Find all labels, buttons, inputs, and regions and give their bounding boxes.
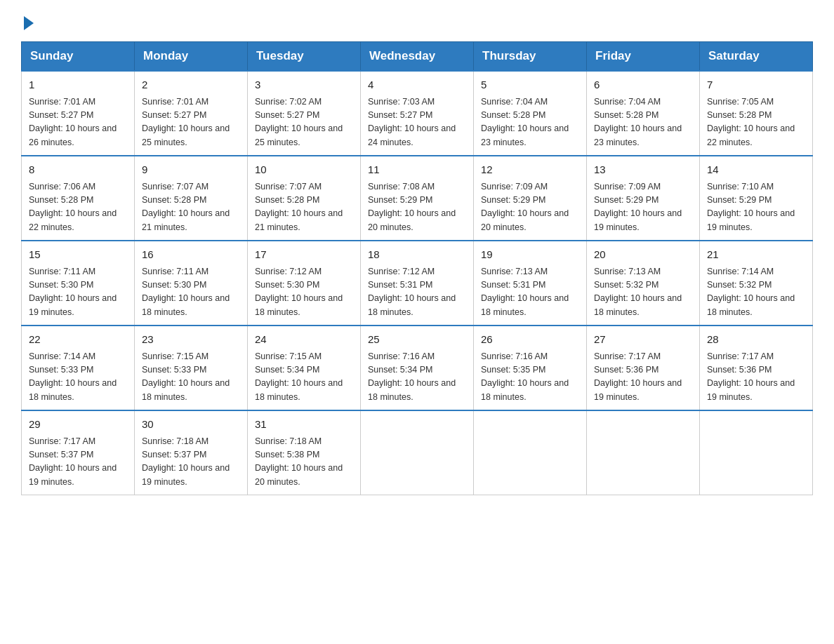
day-number: 1	[29, 77, 127, 93]
day-info: Sunrise: 7:08 AMSunset: 5:29 PMDaylight:…	[368, 180, 466, 235]
calendar-cell: 22Sunrise: 7:14 AMSunset: 5:33 PMDayligh…	[22, 326, 135, 410]
calendar-cell	[474, 410, 587, 495]
day-number: 13	[594, 162, 692, 178]
calendar-cell: 26Sunrise: 7:16 AMSunset: 5:35 PMDayligh…	[474, 326, 587, 410]
logo-arrow-icon	[24, 16, 34, 30]
day-info: Sunrise: 7:10 AMSunset: 5:29 PMDaylight:…	[707, 180, 805, 235]
day-info: Sunrise: 7:03 AMSunset: 5:27 PMDaylight:…	[368, 95, 466, 150]
day-number: 2	[142, 77, 240, 93]
calendar-cell: 19Sunrise: 7:13 AMSunset: 5:31 PMDayligh…	[474, 241, 587, 326]
calendar-cell	[700, 410, 813, 495]
day-info: Sunrise: 7:05 AMSunset: 5:28 PMDaylight:…	[707, 95, 805, 150]
day-number: 16	[142, 247, 240, 263]
day-number: 24	[255, 332, 353, 348]
day-number: 19	[481, 247, 579, 263]
day-number: 31	[255, 417, 353, 433]
day-number: 11	[368, 162, 466, 178]
calendar-cell: 9Sunrise: 7:07 AMSunset: 5:28 PMDaylight…	[135, 156, 248, 241]
day-number: 15	[29, 247, 127, 263]
calendar-cell	[361, 410, 474, 495]
calendar-cell: 15Sunrise: 7:11 AMSunset: 5:30 PMDayligh…	[22, 241, 135, 326]
day-info: Sunrise: 7:06 AMSunset: 5:28 PMDaylight:…	[29, 180, 127, 235]
calendar-cell: 23Sunrise: 7:15 AMSunset: 5:33 PMDayligh…	[135, 326, 248, 410]
day-number: 22	[29, 332, 127, 348]
calendar-cell	[587, 410, 700, 495]
day-info: Sunrise: 7:11 AMSunset: 5:30 PMDaylight:…	[142, 265, 240, 320]
calendar-cell: 30Sunrise: 7:18 AMSunset: 5:37 PMDayligh…	[135, 410, 248, 495]
day-info: Sunrise: 7:15 AMSunset: 5:33 PMDaylight:…	[142, 350, 240, 405]
day-number: 21	[707, 247, 805, 263]
logo	[21, 14, 34, 27]
calendar-day-header-saturday: Saturday	[700, 42, 813, 72]
calendar-cell: 24Sunrise: 7:15 AMSunset: 5:34 PMDayligh…	[248, 326, 361, 410]
calendar-cell: 13Sunrise: 7:09 AMSunset: 5:29 PMDayligh…	[587, 156, 700, 241]
day-number: 28	[707, 332, 805, 348]
calendar-cell: 21Sunrise: 7:14 AMSunset: 5:32 PMDayligh…	[700, 241, 813, 326]
day-number: 3	[255, 77, 353, 93]
day-number: 14	[707, 162, 805, 178]
day-number: 29	[29, 417, 127, 433]
day-info: Sunrise: 7:09 AMSunset: 5:29 PMDaylight:…	[481, 180, 579, 235]
day-number: 5	[481, 77, 579, 93]
calendar-table: SundayMondayTuesdayWednesdayThursdayFrid…	[21, 41, 813, 495]
calendar-cell: 20Sunrise: 7:13 AMSunset: 5:32 PMDayligh…	[587, 241, 700, 326]
day-info: Sunrise: 7:02 AMSunset: 5:27 PMDaylight:…	[255, 95, 353, 150]
day-info: Sunrise: 7:15 AMSunset: 5:34 PMDaylight:…	[255, 350, 353, 405]
calendar-cell: 17Sunrise: 7:12 AMSunset: 5:30 PMDayligh…	[248, 241, 361, 326]
day-info: Sunrise: 7:07 AMSunset: 5:28 PMDaylight:…	[255, 180, 353, 235]
calendar-cell: 14Sunrise: 7:10 AMSunset: 5:29 PMDayligh…	[700, 156, 813, 241]
day-info: Sunrise: 7:16 AMSunset: 5:34 PMDaylight:…	[368, 350, 466, 405]
day-info: Sunrise: 7:17 AMSunset: 5:36 PMDaylight:…	[707, 350, 805, 405]
day-number: 12	[481, 162, 579, 178]
calendar-cell: 5Sunrise: 7:04 AMSunset: 5:28 PMDaylight…	[474, 71, 587, 156]
calendar-cell: 7Sunrise: 7:05 AMSunset: 5:28 PMDaylight…	[700, 71, 813, 156]
calendar-day-header-monday: Monday	[135, 42, 248, 72]
calendar-day-header-friday: Friday	[587, 42, 700, 72]
calendar-cell: 11Sunrise: 7:08 AMSunset: 5:29 PMDayligh…	[361, 156, 474, 241]
calendar-cell: 27Sunrise: 7:17 AMSunset: 5:36 PMDayligh…	[587, 326, 700, 410]
day-info: Sunrise: 7:04 AMSunset: 5:28 PMDaylight:…	[481, 95, 579, 150]
calendar-cell: 28Sunrise: 7:17 AMSunset: 5:36 PMDayligh…	[700, 326, 813, 410]
calendar-cell: 16Sunrise: 7:11 AMSunset: 5:30 PMDayligh…	[135, 241, 248, 326]
day-info: Sunrise: 7:18 AMSunset: 5:38 PMDaylight:…	[255, 435, 353, 490]
day-info: Sunrise: 7:17 AMSunset: 5:37 PMDaylight:…	[29, 435, 127, 490]
day-info: Sunrise: 7:13 AMSunset: 5:32 PMDaylight:…	[594, 265, 692, 320]
calendar-day-header-wednesday: Wednesday	[361, 42, 474, 72]
calendar-cell: 1Sunrise: 7:01 AMSunset: 5:27 PMDaylight…	[22, 71, 135, 156]
day-number: 7	[707, 77, 805, 93]
day-info: Sunrise: 7:17 AMSunset: 5:36 PMDaylight:…	[594, 350, 692, 405]
page-header	[21, 14, 813, 27]
day-info: Sunrise: 7:01 AMSunset: 5:27 PMDaylight:…	[29, 95, 127, 150]
day-info: Sunrise: 7:11 AMSunset: 5:30 PMDaylight:…	[29, 265, 127, 320]
day-number: 27	[594, 332, 692, 348]
day-info: Sunrise: 7:14 AMSunset: 5:33 PMDaylight:…	[29, 350, 127, 405]
day-info: Sunrise: 7:13 AMSunset: 5:31 PMDaylight:…	[481, 265, 579, 320]
day-info: Sunrise: 7:16 AMSunset: 5:35 PMDaylight:…	[481, 350, 579, 405]
day-number: 20	[594, 247, 692, 263]
calendar-cell: 10Sunrise: 7:07 AMSunset: 5:28 PMDayligh…	[248, 156, 361, 241]
day-number: 18	[368, 247, 466, 263]
day-number: 30	[142, 417, 240, 433]
calendar-cell: 6Sunrise: 7:04 AMSunset: 5:28 PMDaylight…	[587, 71, 700, 156]
day-info: Sunrise: 7:04 AMSunset: 5:28 PMDaylight:…	[594, 95, 692, 150]
day-info: Sunrise: 7:07 AMSunset: 5:28 PMDaylight:…	[142, 180, 240, 235]
calendar-day-header-sunday: Sunday	[22, 42, 135, 72]
day-number: 6	[594, 77, 692, 93]
calendar-cell: 2Sunrise: 7:01 AMSunset: 5:27 PMDaylight…	[135, 71, 248, 156]
day-info: Sunrise: 7:12 AMSunset: 5:30 PMDaylight:…	[255, 265, 353, 320]
calendar-cell: 25Sunrise: 7:16 AMSunset: 5:34 PMDayligh…	[361, 326, 474, 410]
calendar-cell: 29Sunrise: 7:17 AMSunset: 5:37 PMDayligh…	[22, 410, 135, 495]
calendar-day-header-thursday: Thursday	[474, 42, 587, 72]
calendar-day-header-tuesday: Tuesday	[248, 42, 361, 72]
day-info: Sunrise: 7:14 AMSunset: 5:32 PMDaylight:…	[707, 265, 805, 320]
day-number: 26	[481, 332, 579, 348]
day-number: 23	[142, 332, 240, 348]
calendar-cell: 8Sunrise: 7:06 AMSunset: 5:28 PMDaylight…	[22, 156, 135, 241]
day-number: 4	[368, 77, 466, 93]
calendar-cell: 12Sunrise: 7:09 AMSunset: 5:29 PMDayligh…	[474, 156, 587, 241]
calendar-cell: 31Sunrise: 7:18 AMSunset: 5:38 PMDayligh…	[248, 410, 361, 495]
day-number: 17	[255, 247, 353, 263]
day-info: Sunrise: 7:12 AMSunset: 5:31 PMDaylight:…	[368, 265, 466, 320]
day-info: Sunrise: 7:09 AMSunset: 5:29 PMDaylight:…	[594, 180, 692, 235]
day-number: 25	[368, 332, 466, 348]
